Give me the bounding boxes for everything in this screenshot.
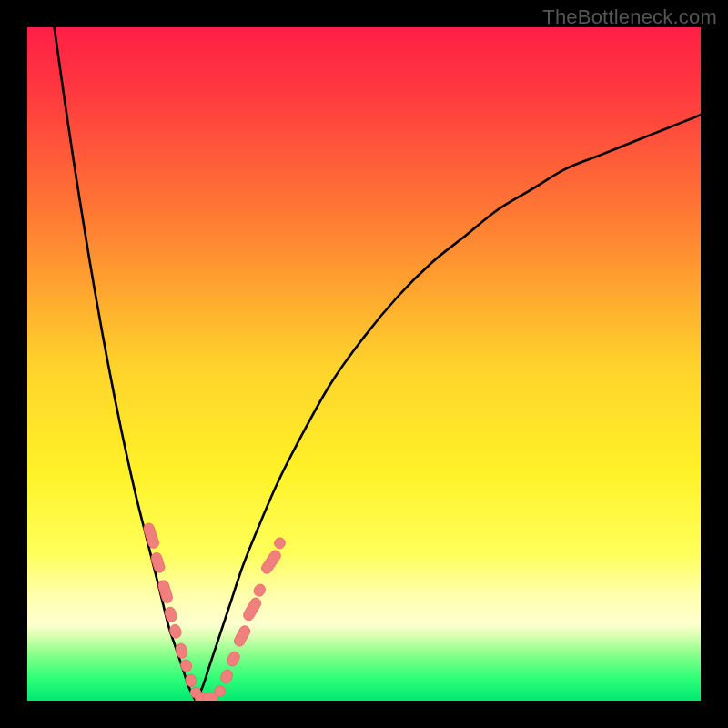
data-marker xyxy=(179,659,192,673)
data-marker xyxy=(150,551,166,574)
data-marker xyxy=(164,606,178,623)
data-marker xyxy=(175,642,188,660)
plot-area xyxy=(27,27,701,701)
chart-frame: TheBottleneck.com xyxy=(0,0,728,728)
data-marker xyxy=(185,673,197,688)
data-marker xyxy=(272,536,287,551)
data-marker xyxy=(168,623,182,639)
data-marker xyxy=(219,668,234,684)
data-marker xyxy=(252,582,268,598)
data-marker xyxy=(226,650,241,668)
left-branch-line xyxy=(55,27,196,701)
watermark-text: TheBottleneck.com xyxy=(542,5,717,29)
curves-layer xyxy=(27,27,701,701)
right-branch-line xyxy=(196,115,701,701)
data-marker xyxy=(259,549,282,576)
data-marker xyxy=(157,579,174,603)
data-marker xyxy=(232,624,251,648)
data-marker xyxy=(242,596,263,622)
